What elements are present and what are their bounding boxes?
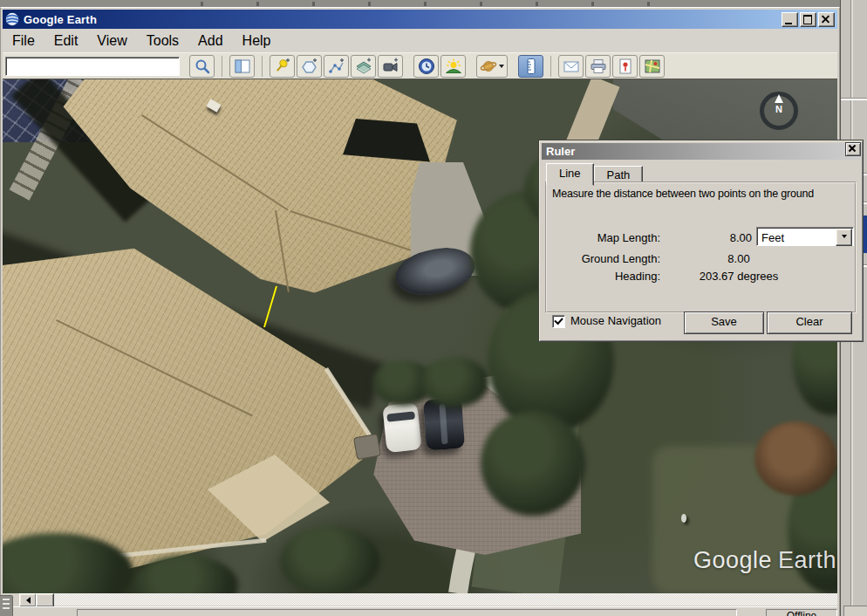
horizontal-scrollbar: [3, 593, 837, 606]
watermark-earth: Earth: [778, 547, 836, 573]
offline-label: Offline: [787, 610, 816, 616]
north-arrow-icon: [775, 94, 783, 103]
brown-bush: [754, 421, 837, 496]
minimize-icon: [785, 23, 792, 24]
image-overlay-icon: [355, 58, 372, 75]
status-panel-offline: Offline: [766, 609, 837, 616]
checkmark-icon: [554, 316, 563, 325]
chevron-down-icon: [842, 235, 847, 238]
unit-selected-value: Feet: [761, 229, 784, 247]
switch-planet-button[interactable]: [476, 55, 508, 78]
add-image-overlay-button[interactable]: [351, 55, 376, 78]
polygon-icon: [301, 58, 318, 75]
google-earth-logo-icon: [5, 12, 19, 26]
save-image-icon: [617, 58, 634, 75]
email-button[interactable]: [558, 55, 584, 78]
tab-line[interactable]: Line: [546, 163, 594, 186]
background-window-marks: [201, 2, 654, 6]
search-input[interactable]: [5, 57, 180, 76]
mouse-navigation-checkbox[interactable]: [552, 315, 565, 328]
sidebar-icon: [234, 58, 251, 75]
map-length-row: Map Length: 8.00 Feet: [547, 229, 851, 247]
search-button[interactable]: [189, 55, 215, 78]
heading-row: Heading: 203.67 degrees: [547, 268, 851, 285]
palm-tree: [280, 526, 380, 593]
save-button[interactable]: Save: [684, 311, 764, 334]
menu-view[interactable]: View: [87, 31, 136, 51]
close-button[interactable]: [818, 12, 835, 27]
watermark-google: Google: [693, 547, 772, 573]
window-title: Google Earth: [24, 13, 780, 26]
menu-file[interactable]: File: [3, 31, 44, 51]
utility-cart: [353, 434, 381, 460]
unit-dropdown-button[interactable]: [836, 229, 852, 246]
printer-icon: [590, 58, 607, 75]
pedestrian: [681, 514, 686, 523]
clock-icon: [418, 58, 435, 75]
menu-help[interactable]: Help: [233, 31, 281, 51]
heading-label: Heading:: [556, 268, 660, 285]
status-panel: [77, 609, 737, 616]
menu-edit[interactable]: Edit: [44, 31, 88, 51]
placemark-icon: [274, 58, 291, 75]
scrollbar-left-button[interactable]: [19, 593, 37, 607]
scrollbar-track[interactable]: [19, 593, 837, 606]
toolbar-separator: [262, 56, 263, 77]
ruler-dialog-titlebar[interactable]: Ruler: [542, 143, 860, 160]
hide-sidebar-button[interactable]: [229, 55, 255, 78]
minimize-button[interactable]: [782, 12, 798, 27]
status-bar: Offline: [3, 606, 837, 616]
compass[interactable]: N: [760, 92, 798, 130]
scrollbar-thumb[interactable]: [36, 593, 54, 607]
ruler-dialog-title: Ruler: [546, 145, 575, 158]
clear-button[interactable]: Clear: [767, 311, 852, 334]
planet-icon: [480, 58, 497, 75]
arrow-left-icon: [26, 597, 31, 604]
bush: [420, 357, 489, 407]
print-button[interactable]: [585, 55, 611, 78]
sunlight-button[interactable]: [440, 55, 466, 78]
mouse-navigation-label: Mouse Navigation: [570, 314, 661, 327]
chevron-down-icon: [499, 65, 504, 68]
heading-value: 203.67 degrees: [660, 268, 817, 285]
ground-length-value: 8.00: [660, 250, 817, 268]
path-icon: [328, 58, 345, 75]
toolbar-separator: [550, 56, 551, 77]
parked-car-white: [382, 402, 421, 453]
add-polygon-button[interactable]: [297, 55, 322, 78]
ruler-dialog-close-button[interactable]: [845, 142, 861, 156]
ruler-dialog: Ruler Line Path Measure the distance bet…: [538, 140, 864, 342]
google-maps-icon: [644, 58, 661, 75]
camcorder-icon: [382, 58, 399, 75]
watermark: GoogleEarth: [693, 547, 836, 574]
menu-tools[interactable]: Tools: [137, 31, 188, 51]
historical-imagery-button[interactable]: [413, 55, 439, 78]
ruler-description: Measure the distance between two points …: [552, 188, 814, 200]
maximize-button[interactable]: [800, 12, 816, 27]
map-length-label: Map Length:: [556, 229, 660, 247]
background-status-panel: [843, 606, 867, 616]
desktop: Google Earth File Edit View Tools Add He…: [0, 0, 867, 616]
menu-bar: File Edit View Tools Add Help: [3, 29, 837, 52]
ruler-icon: [522, 58, 540, 75]
unit-select[interactable]: Feet: [756, 227, 854, 246]
view-in-google-maps-button[interactable]: [639, 55, 665, 78]
add-path-button[interactable]: [324, 55, 349, 78]
toolbar: [3, 52, 837, 79]
ruler-content-panel: Measure the distance between two points …: [545, 181, 857, 313]
add-placemark-button[interactable]: [270, 55, 295, 78]
compass-north-label: N: [764, 104, 794, 114]
save-image-button[interactable]: [612, 55, 638, 78]
menu-add[interactable]: Add: [188, 31, 232, 51]
ground-length-row: Ground Length: 8.00: [547, 250, 851, 268]
maximize-icon: [803, 15, 812, 24]
background-window-top-strip: [0, 0, 867, 7]
search-icon: [194, 58, 211, 75]
ruler-button[interactable]: [518, 55, 543, 78]
envelope-icon: [563, 58, 580, 75]
ground-length-label: Ground Length:: [556, 250, 660, 268]
sidebar-splitter-handle[interactable]: [0, 595, 13, 616]
record-tour-button[interactable]: [378, 55, 403, 78]
sunrise-icon: [445, 58, 462, 75]
title-bar[interactable]: Google Earth: [3, 10, 837, 29]
